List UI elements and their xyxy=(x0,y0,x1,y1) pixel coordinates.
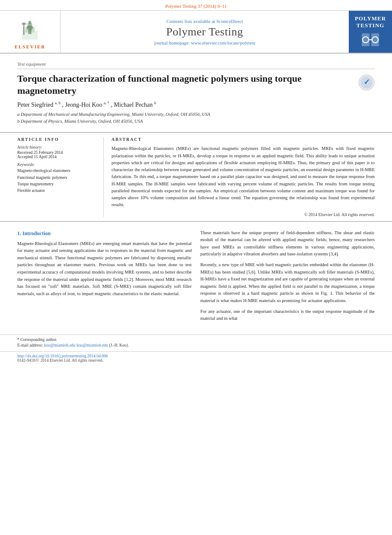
elsevier-logo-area: ELSEVIER xyxy=(0,11,61,53)
crossmark-icon: ✓ xyxy=(358,74,375,91)
keywords-section: Keywords: Magneto-rheological elastomers… xyxy=(17,162,96,194)
author-peter: Peter Siegfried xyxy=(17,102,55,108)
svg-point-7 xyxy=(22,22,26,25)
issn-line: 0142-9418/© 2014 Elsevier Ltd. All right… xyxy=(17,358,375,363)
journal-title: Polymer Testing xyxy=(166,25,243,38)
badge-line2: TESTING xyxy=(357,22,385,29)
article-type-label: Test equipment xyxy=(17,61,375,69)
body-para-4: For any actuator, one of the important c… xyxy=(201,308,375,322)
header-section: ELSEVIER Contents lists available at Sci… xyxy=(0,11,392,54)
svg-rect-6 xyxy=(24,24,25,35)
email-value-display: koo@miamioh.edu xyxy=(76,343,109,347)
copyright-line: © 2014 Elsevier Ltd. All rights reserved… xyxy=(112,212,375,217)
journal-citation: Polymer Testing 37 (2014) 6–11 xyxy=(165,3,226,9)
elsevier-logo: ELSEVIER xyxy=(15,19,46,49)
email-value[interactable]: koo@miamioh.edu xyxy=(44,343,76,347)
page: Polymer Testing 37 (2014) 6–11 xyxy=(0,0,392,535)
article-history: Article history: Received 25 February 20… xyxy=(17,145,96,159)
info-abstract-section: ARTICLE INFO Article history: Received 2… xyxy=(0,132,392,221)
doi-link[interactable]: http://dx.doi.org/10.1016/j.polymertesti… xyxy=(17,354,375,358)
author-separator2: , xyxy=(111,102,114,108)
section1-heading: 1. Introduction xyxy=(17,229,192,238)
received-date: Received 25 February 2014 xyxy=(17,150,96,155)
footnote-area: * Corresponding author. E-mail address: … xyxy=(0,334,392,351)
elsevier-tree-icon xyxy=(17,19,43,43)
affiliations: a Department of Mechanical and Manufactu… xyxy=(17,111,375,125)
keyword-4: Flexible actuator xyxy=(17,188,96,194)
keyword-2: Functional magnetic polymers xyxy=(17,175,96,181)
svg-rect-3 xyxy=(29,21,32,24)
svg-text:✓: ✓ xyxy=(363,78,370,86)
sciencedirect-link[interactable]: ScienceDirect xyxy=(216,19,243,24)
article-title-row: Torque characterization of functional ma… xyxy=(17,73,375,96)
abstract-heading: ABSTRACT xyxy=(112,137,375,142)
journal-homepage: journal homepage: www.elsevier.com/locat… xyxy=(154,40,255,45)
badge-line1: POLYMER xyxy=(355,15,386,22)
author-separator1: , xyxy=(62,102,65,108)
keyword-1: Magneto-rheological elastomers xyxy=(17,168,96,174)
keywords-list: Magneto-rheological elastomers Functiona… xyxy=(17,168,96,194)
author-jeong-sup: a, * xyxy=(104,101,109,105)
article-title: Torque characterization of functional ma… xyxy=(17,73,353,96)
polymer-testing-logo-icon xyxy=(360,31,381,48)
body-section: 1. Introduction Magneto-Rheological Elas… xyxy=(0,222,392,334)
history-label: Article history: xyxy=(17,145,96,150)
affiliation-1: a Department of Mechanical and Manufactu… xyxy=(17,111,375,118)
keyword-3: Torque magnetometry xyxy=(17,181,96,188)
svg-rect-5 xyxy=(29,29,32,34)
article-section: Test equipment Torque characterization o… xyxy=(0,54,392,124)
journal-bar: Polymer Testing 37 (2014) 6–11 xyxy=(0,0,392,11)
article-info-col: ARTICLE INFO Article history: Received 2… xyxy=(17,137,104,217)
author-peter-sup: a, b xyxy=(55,101,61,105)
corresponding-footnote: * Corresponding author. xyxy=(17,338,375,342)
author-michael: Michael Pechan xyxy=(114,102,154,108)
contents-available-line: Contents lists available at ScienceDirec… xyxy=(166,19,243,24)
body-para-1: Magneto-Rheological Elastomers (MREs) ar… xyxy=(17,240,192,298)
abstract-col: ABSTRACT Magneto-Rheological Elastomers … xyxy=(104,137,375,217)
email-label: E-mail address: xyxy=(17,343,43,347)
section1-heading-text: Introduction xyxy=(22,230,51,236)
journal-header-center: Contents lists available at ScienceDirec… xyxy=(61,11,349,53)
doi-area: http://dx.doi.org/10.1016/j.polymertesti… xyxy=(0,351,392,366)
affiliation-2: b Department of Physics, Miami Universit… xyxy=(17,118,375,125)
body-col-left: 1. Introduction Magneto-Rheological Elas… xyxy=(17,229,192,326)
section1-num: 1. xyxy=(17,230,21,236)
elsevier-brand-text: ELSEVIER xyxy=(15,44,46,49)
body-col-right: These materials have the unique property… xyxy=(201,229,375,326)
body-para-3: Recently, a new type of MRE with hard ma… xyxy=(201,261,375,304)
email-footnote: E-mail address: koo@miamioh.edu koo@miam… xyxy=(17,343,375,347)
article-info-heading: ARTICLE INFO xyxy=(17,137,96,142)
abstract-text: Magneto-Rheological Elastomers (MREs) ar… xyxy=(112,145,375,208)
keywords-label: Keywords: xyxy=(17,162,96,167)
accepted-date: Accepted 15 April 2014 xyxy=(17,155,96,159)
journal-badge: POLYMER TESTING xyxy=(349,11,392,53)
body-para-2: These materials have the unique property… xyxy=(201,229,375,258)
author-jeong: Jeong-Hoi Koo xyxy=(65,102,104,108)
contents-label: Contents lists available at xyxy=(166,19,215,24)
author-michael-sup: b xyxy=(154,101,156,105)
email-suffix: (J.-H. Koo). xyxy=(109,343,129,347)
authors-line: Peter Siegfried a, b , Jeong-Hoi Koo a, … xyxy=(17,101,375,108)
